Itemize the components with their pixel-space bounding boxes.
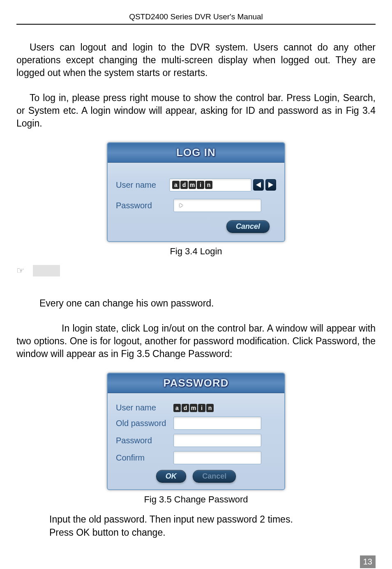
paragraph-change-password-instructions: In login state, click Log in/out on the …	[16, 322, 376, 360]
login-dialog: LOG IN User name a d m i n	[107, 142, 285, 242]
username-next-arrow-icon[interactable]	[265, 179, 276, 191]
pointer-row: ☞	[16, 265, 376, 276]
new-password-input[interactable]	[173, 434, 261, 447]
login-password-row: Password	[116, 199, 276, 212]
paragraph-logout-info: Users can logout and login to the DVR sy…	[16, 41, 376, 79]
page-header: QSTD2400 Series DVR User's Manual	[16, 12, 376, 25]
login-username-value: a d m i n	[172, 181, 212, 189]
login-password-label: Password	[116, 201, 173, 210]
paragraph-login-instructions: To log in, please press right mouse to s…	[16, 92, 376, 130]
page-number: 13	[360, 555, 376, 568]
login-password-input[interactable]	[173, 199, 261, 212]
old-password-input[interactable]	[173, 417, 261, 430]
login-username-row: User name a d m i n	[116, 178, 276, 191]
confirm-password-label: Confirm	[116, 453, 173, 463]
paragraph-input-old-password: Input the old password. Then input new p…	[49, 513, 376, 526]
figure-caption-login: Fig 3.4 Login	[16, 246, 376, 257]
confirm-password-row: Confirm	[116, 451, 276, 464]
old-password-label: Old password	[116, 419, 173, 428]
password-ok-button[interactable]: OK	[156, 470, 186, 483]
figure-caption-password: Fig 3.5 Change Password	[16, 494, 376, 505]
paragraph-change-own-password: Every one can change his own password.	[16, 297, 376, 310]
old-password-row: Old password	[116, 417, 276, 430]
grey-placeholder	[33, 265, 60, 276]
username-prev-arrow-icon[interactable]	[253, 179, 264, 191]
cursor-icon	[180, 203, 183, 207]
password-dialog: PASSWORD User name a d m i n Old passwor…	[107, 373, 285, 490]
pointing-hand-icon: ☞	[16, 265, 25, 276]
login-dialog-title: LOG IN	[108, 143, 284, 163]
password-username-value: a d m i n	[173, 404, 214, 412]
login-username-input[interactable]: a d m i n	[169, 178, 251, 191]
new-password-row: Password	[116, 434, 276, 447]
password-dialog-title: PASSWORD	[108, 373, 284, 393]
login-cancel-button[interactable]: Cancel	[226, 220, 270, 233]
new-password-label: Password	[116, 436, 173, 445]
svg-marker-1	[268, 182, 273, 188]
password-username-label: User name	[116, 403, 173, 412]
svg-marker-0	[256, 182, 261, 188]
confirm-password-input[interactable]	[173, 451, 261, 464]
password-cancel-button[interactable]: Cancel	[193, 470, 236, 483]
paragraph-press-ok: Press OK button to change.	[49, 526, 376, 539]
login-username-label: User name	[116, 180, 169, 190]
password-username-row: User name a d m i n	[116, 403, 276, 412]
